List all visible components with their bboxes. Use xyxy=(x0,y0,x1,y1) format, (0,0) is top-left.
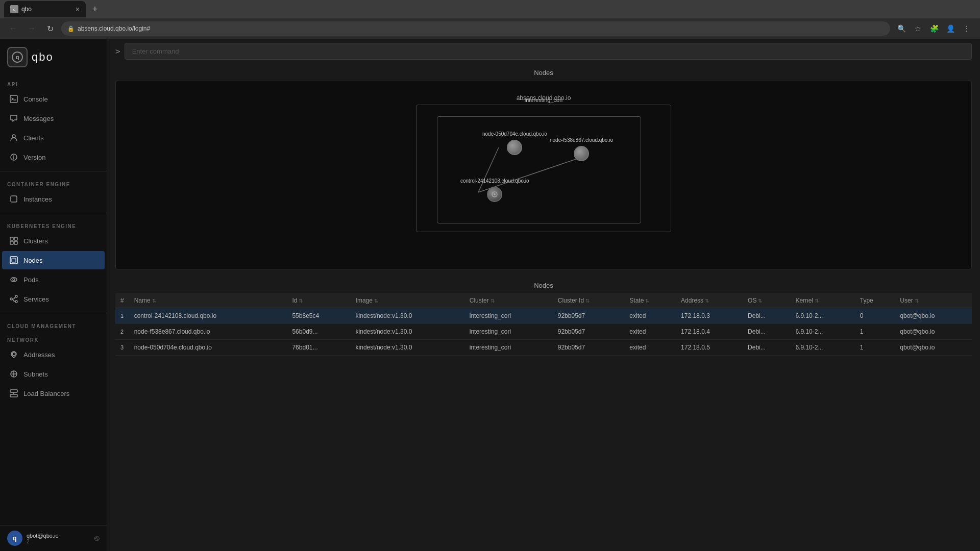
zoom-button[interactable]: 🔍 xyxy=(894,21,909,36)
container-engine-label: CONTAINER ENGINE xyxy=(0,176,107,189)
terminal-icon xyxy=(9,94,18,104)
sidebar-item-instances[interactable]: Instances xyxy=(2,190,105,208)
cell-num: 2 xyxy=(115,324,129,340)
svg-point-3 xyxy=(12,135,15,138)
user-avatar: q xyxy=(7,531,22,546)
console-label: Console xyxy=(23,95,48,103)
cell-cluster: interesting_cori xyxy=(464,340,553,356)
cell-id: 55b8e5c4 xyxy=(287,308,350,324)
sidebar-item-console[interactable]: Console xyxy=(2,90,105,108)
cell-id: 56b0d9... xyxy=(287,324,350,340)
svg-point-17 xyxy=(12,353,15,356)
col-num[interactable]: # xyxy=(115,293,129,308)
cell-num: 3 xyxy=(115,340,129,356)
cell-num: 1 xyxy=(115,308,129,324)
forward-button[interactable]: → xyxy=(24,21,39,36)
bookmark-button[interactable]: ☆ xyxy=(911,21,925,36)
svg-point-13 xyxy=(13,279,15,281)
browser-chrome: q qbo × + ← → ↻ 🔒 absens.cloud.qbo.io/lo… xyxy=(0,0,980,39)
new-tab-button[interactable]: + xyxy=(88,2,102,16)
active-tab[interactable]: q qbo × xyxy=(4,1,86,17)
col-cluster-id[interactable]: Cluster Id⇅ xyxy=(553,293,625,308)
svg-text:q: q xyxy=(16,54,19,60)
services-icon xyxy=(9,294,18,304)
table-section: Nodes # Name⇅ Id⇅ Image⇅ Cluster⇅ Cluste… xyxy=(115,278,972,356)
logout-button[interactable]: ⎋ xyxy=(94,534,100,543)
clusters-icon xyxy=(9,236,18,245)
sidebar-item-services[interactable]: Services xyxy=(2,290,105,308)
col-user[interactable]: User⇅ xyxy=(895,293,972,308)
table-row[interactable]: 1 control-24142108.cloud.qbo.io 55b8e5c4… xyxy=(115,308,972,324)
cloud-management-label: CLOUD MANAGEMENT xyxy=(0,317,107,331)
pods-icon xyxy=(9,275,18,284)
cell-address: 172.18.0.3 xyxy=(676,308,743,324)
sidebar-item-subnets[interactable]: Subnets xyxy=(2,365,105,383)
sidebar-item-load-balancers[interactable]: Load Balancers xyxy=(2,384,105,403)
graph-node-2[interactable]: node-f538e867.cloud.qbo.io xyxy=(550,137,613,161)
sidebar-item-clusters[interactable]: Clusters xyxy=(2,232,105,250)
profile-button[interactable]: 👤 xyxy=(943,21,958,36)
cell-image: kindest/node:v1.30.0 xyxy=(351,340,464,356)
user-count: 2 xyxy=(27,539,90,544)
addresses-icon xyxy=(9,350,18,359)
col-image[interactable]: Image⇅ xyxy=(351,293,464,308)
sidebar-item-addresses[interactable]: Addresses xyxy=(2,345,105,364)
cell-os: Debi... xyxy=(743,340,790,356)
cell-type: 1 xyxy=(855,340,895,356)
logo-icon: q xyxy=(7,47,28,67)
col-kernel[interactable]: Kernel⇅ xyxy=(790,293,854,308)
svg-rect-10 xyxy=(10,257,17,264)
tab-title: qbo xyxy=(21,6,32,13)
command-input[interactable] xyxy=(125,43,972,60)
col-cluster[interactable]: Cluster⇅ xyxy=(464,293,553,308)
control-circle xyxy=(487,187,502,202)
col-state[interactable]: State⇅ xyxy=(624,293,676,308)
lock-icon: 🔒 xyxy=(67,26,75,32)
graph-node-1[interactable]: node-050d704e.cloud.qbo.io xyxy=(482,131,547,155)
col-os[interactable]: OS⇅ xyxy=(743,293,790,308)
table-header-row: # Name⇅ Id⇅ Image⇅ Cluster⇅ Cluster Id⇅ … xyxy=(115,293,972,308)
cell-user: qbot@qbo.io xyxy=(895,340,972,356)
sidebar-item-pods[interactable]: Pods xyxy=(2,270,105,289)
svg-rect-8 xyxy=(10,241,13,244)
clusters-label: Clusters xyxy=(23,237,48,245)
cell-kernel: 6.9.10-2... xyxy=(790,324,854,340)
table-body: 1 control-24142108.cloud.qbo.io 55b8e5c4… xyxy=(115,308,972,356)
node1-label: node-050d704e.cloud.qbo.io xyxy=(482,131,547,137)
sidebar-item-nodes[interactable]: Nodes xyxy=(2,251,105,269)
menu-button[interactable]: ⋮ xyxy=(960,21,974,36)
divider-1 xyxy=(0,171,107,171)
url-box[interactable]: 🔒 absens.cloud.qbo.io/login# xyxy=(61,21,890,36)
cell-name: node-f538e867.cloud.qbo.io xyxy=(129,324,287,340)
svg-rect-20 xyxy=(10,394,17,397)
back-button[interactable]: ← xyxy=(6,21,20,36)
cell-type: 1 xyxy=(855,324,895,340)
col-address[interactable]: Address⇅ xyxy=(676,293,743,308)
svg-rect-5 xyxy=(11,196,17,202)
sidebar-item-clients[interactable]: Clients xyxy=(2,129,105,147)
col-name[interactable]: Name⇅ xyxy=(129,293,287,308)
tab-close-button[interactable]: × xyxy=(76,5,80,13)
sidebar-item-messages[interactable]: Messages xyxy=(2,109,105,128)
cell-image: kindest/node:v1.30.0 xyxy=(351,324,464,340)
cell-kernel: 6.9.10-2... xyxy=(790,340,854,356)
table-row[interactable]: 3 node-050d704e.cloud.qbo.io 76bd01... k… xyxy=(115,340,972,356)
table-row[interactable]: 2 node-f538e867.cloud.qbo.io 56b0d9... k… xyxy=(115,324,972,340)
cell-id: 76bd01... xyxy=(287,340,350,356)
col-type[interactable]: Type xyxy=(855,293,895,308)
addresses-label: Addresses xyxy=(23,351,55,359)
sidebar-item-version[interactable]: Version xyxy=(2,148,105,166)
svg-point-12 xyxy=(11,278,17,282)
instances-label: Instances xyxy=(23,195,52,203)
network-label: NETWORK xyxy=(0,331,107,345)
col-id[interactable]: Id⇅ xyxy=(287,293,350,308)
cell-state: exited xyxy=(624,324,676,340)
reload-button[interactable]: ↻ xyxy=(43,21,57,36)
cell-os: Debi... xyxy=(743,308,790,324)
extensions-button[interactable]: 🧩 xyxy=(927,21,941,36)
graph-node-control[interactable]: control-24142108.cloud.qbo.io xyxy=(460,178,529,202)
node2-circle xyxy=(574,146,589,161)
subnets-icon xyxy=(9,369,18,379)
app-layout: q qbo API Console Messages Clients xyxy=(0,39,980,551)
divider-2 xyxy=(0,213,107,213)
